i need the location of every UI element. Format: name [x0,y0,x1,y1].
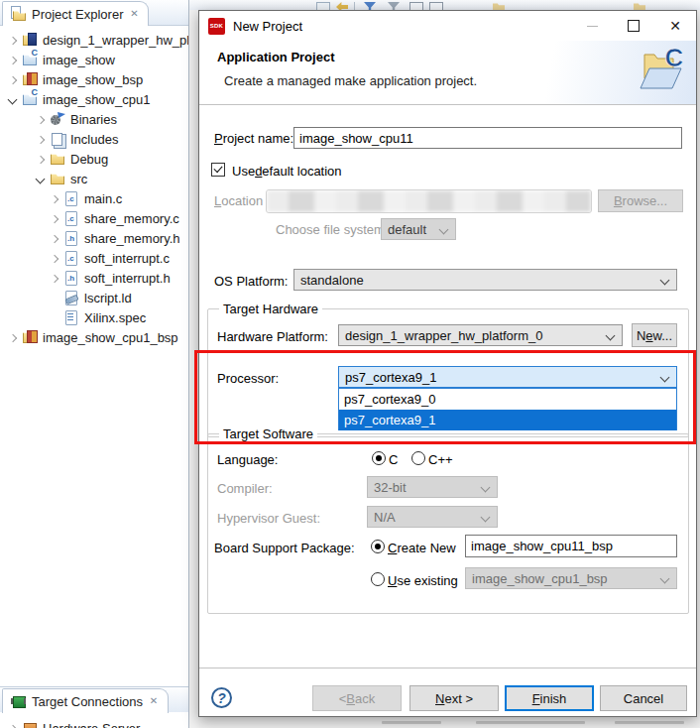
dialog-title: New Project [233,19,302,34]
tree-item[interactable]: soft_interrupt.h [0,268,188,288]
processor-option-selected[interactable]: ps7_cortexa9_1 [339,410,676,430]
bsp-use-existing-label: Use existing [388,569,458,591]
tree-item-label: design_1_wrapper_hw_pla [43,33,189,48]
location-input-redacted [266,189,592,213]
tree-item[interactable]: lscript.ld [0,288,188,307]
back-button[interactable]: < Back [312,685,402,711]
background-tab-folder-icon [634,2,645,10]
browse-button[interactable]: Browse... [598,189,683,212]
target-software-group-label: Target Software [219,426,317,441]
chevron-right-icon[interactable] [8,333,17,342]
board-support-package-label: Board Support Package: [214,537,355,558]
language-label: Language: [217,448,278,470]
wizard-title: Application Project [217,50,334,64]
tree-item-label: soft_interrupt.h [84,271,171,286]
project-explorer-panel: Project Explorer design_1_wrapper_hw_pla… [0,0,189,728]
new-project-dialog: SDK New Project ✕ Application Project Cr… [198,10,697,717]
tree-item[interactable]: Xilinx.spec [0,307,188,327]
bsp-create-new-label: Create New [388,537,456,558]
chevron-right-icon[interactable] [8,75,17,84]
target-connections-partial-row[interactable]: Hardware Server [0,718,189,728]
bsp-existing-value: image_show_cpu1_bsp [472,571,608,586]
folder-icon [50,151,65,167]
chevron-right-icon[interactable] [36,135,45,144]
bsp-name-input[interactable]: image_show_cpu11_bsp [465,535,677,557]
tree-item[interactable]: Debug [0,149,188,169]
location-label: Location [214,189,263,211]
processor-option[interactable]: ps7_cortexa9_0 [339,389,676,410]
chevron-right-icon[interactable] [36,155,45,164]
tree-item[interactable]: main.c [0,188,188,208]
chevron-right-icon[interactable] [36,115,45,124]
back-arrow-icon [336,2,348,10]
hypervisor-guest-select[interactable]: N/A [367,506,498,528]
tree-item-label: Xilinx.spec [84,310,146,325]
chevron-down-icon[interactable] [36,175,45,183]
cancel-button[interactable]: Cancel [600,685,687,711]
wizard-header: Application Project Create a managed mak… [199,41,696,105]
compiler-select[interactable]: 32-bit [367,476,498,498]
tab-close-icon[interactable] [148,695,160,707]
os-platform-select[interactable]: standalone [293,269,677,291]
tree-item[interactable]: image_show_bsp [0,69,188,89]
project-name-label: Project name: [214,127,293,149]
project-name-input[interactable]: image_show_cpu11 [293,127,682,149]
use-default-location-checkbox[interactable] [211,163,225,177]
chevron-spacer [50,313,58,322]
close-button[interactable]: ✕ [654,11,696,41]
tree-item[interactable]: src [0,169,188,188]
button-bar-separator [199,667,696,668]
spec-file-icon [63,309,79,325]
processor-dropdown-list: ps7_cortexa9_0 ps7_cortexa9_1 [338,388,677,430]
chevron-spacer [50,294,58,303]
tree-item-label: image_show_cpu1 [43,92,150,107]
dialog-titlebar[interactable]: SDK New Project ✕ [199,11,696,41]
chevron-right-icon[interactable] [50,214,58,223]
new-hardware-platform-button[interactable]: New... [632,323,677,347]
bsp-use-existing-radio[interactable] [371,572,385,586]
tree-item-label: image_show_bsp [43,72,143,87]
bsp-existing-select[interactable]: image_show_cpu1_bsp [465,567,677,589]
tab-project-explorer[interactable]: Project Explorer [2,1,149,26]
copy-icon [316,2,330,10]
src-folder-icon [50,171,65,186]
hardware-platform-select[interactable]: design_1_wrapper_hw_platform_0 [338,324,623,346]
hw-platform-folder-icon [22,32,38,48]
tree-item[interactable]: soft_interrupt.c [0,248,188,268]
tree-item[interactable]: Includes [0,129,188,149]
hardware-server-icon [22,720,38,728]
bsp-create-new-radio[interactable] [371,540,385,553]
tree-item[interactable]: Binaries [0,109,188,129]
processor-select[interactable]: ps7_cortexa9_1 [338,366,677,388]
tree-item[interactable]: design_1_wrapper_hw_pla [0,30,188,50]
minimize-button[interactable] [571,11,613,41]
tree-item[interactable]: image_show_cpu1_bsp [0,327,188,347]
chevron-down-icon[interactable] [8,95,17,104]
language-c-radio[interactable] [372,451,386,465]
tree-item[interactable]: share_memory.h [0,228,188,248]
hypervisor-guest-label: Hypervisor Guest: [217,507,320,529]
tree-item[interactable]: image_show [0,50,188,69]
background-tab-folder-icon [493,2,505,10]
maximize-button[interactable] [613,11,654,41]
chevron-right-icon[interactable] [50,194,58,203]
tree-item-label: src [70,172,87,186]
chevron-right-icon[interactable] [8,36,17,45]
tree-item[interactable]: share_memory.c [0,208,188,228]
redaction-mosaic [267,190,591,212]
language-cpp-radio[interactable] [411,451,425,465]
tree-item[interactable]: image_show_cpu1 [0,89,188,109]
chevron-right-icon[interactable] [50,274,58,283]
chevron-right-icon[interactable] [50,234,58,243]
file-system-select[interactable]: default [381,218,456,240]
tab-close-icon[interactable] [128,8,140,20]
chevron-right-icon[interactable] [8,724,17,728]
next-button[interactable]: Next > [409,685,499,711]
tree-item-label: image_show_cpu1_bsp [43,330,178,345]
chevron-right-icon[interactable] [8,56,17,64]
finish-button[interactable]: Finish [505,685,594,711]
chevron-right-icon[interactable] [50,254,58,263]
tree-item-label: Hardware Server [43,721,140,728]
help-button[interactable]: ? [211,687,232,708]
tab-target-connections[interactable]: Target Connections [2,688,169,713]
